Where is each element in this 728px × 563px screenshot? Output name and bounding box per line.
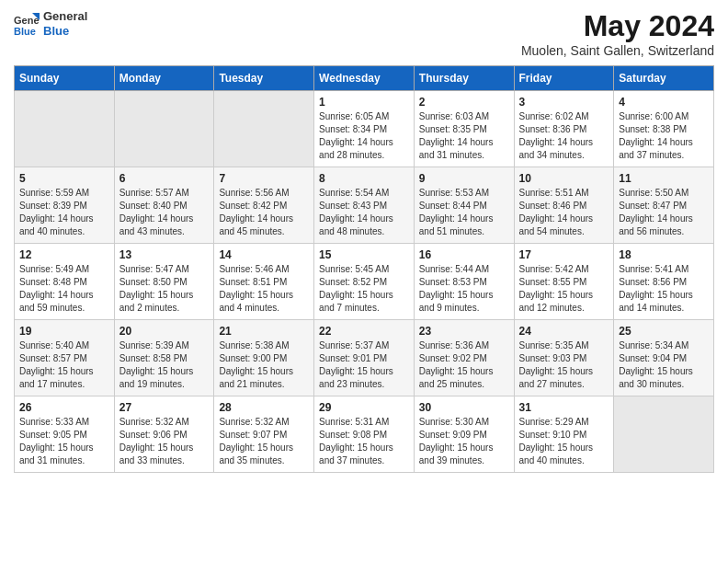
day-number: 18 xyxy=(619,248,709,261)
day-number: 17 xyxy=(519,248,609,261)
day-number: 13 xyxy=(119,248,210,261)
day-number: 1 xyxy=(319,96,409,109)
calendar-cell: 31Sunrise: 5:29 AM Sunset: 9:10 PM Dayli… xyxy=(514,396,614,473)
day-info: Sunrise: 5:32 AM Sunset: 9:07 PM Dayligh… xyxy=(219,416,309,467)
calendar-cell: 28Sunrise: 5:32 AM Sunset: 9:07 PM Dayli… xyxy=(214,396,314,473)
day-number: 4 xyxy=(619,96,709,109)
day-number: 15 xyxy=(319,248,409,261)
day-number: 6 xyxy=(119,172,210,185)
week-row-3: 12Sunrise: 5:49 AM Sunset: 8:48 PM Dayli… xyxy=(15,244,714,320)
header-saturday: Saturday xyxy=(614,66,714,91)
day-info: Sunrise: 5:33 AM Sunset: 9:05 PM Dayligh… xyxy=(19,416,109,467)
day-info: Sunrise: 5:45 AM Sunset: 8:52 PM Dayligh… xyxy=(319,263,409,315)
day-number: 12 xyxy=(19,248,109,261)
day-info: Sunrise: 5:57 AM Sunset: 8:40 PM Dayligh… xyxy=(119,187,210,238)
calendar-cell: 6Sunrise: 5:57 AM Sunset: 8:40 PM Daylig… xyxy=(114,167,214,244)
calendar-cell: 18Sunrise: 5:41 AM Sunset: 8:56 PM Dayli… xyxy=(614,244,714,320)
day-number: 5 xyxy=(19,172,109,185)
day-number: 30 xyxy=(419,401,509,414)
day-info: Sunrise: 5:51 AM Sunset: 8:46 PM Dayligh… xyxy=(519,187,609,238)
main-title: May 2024 xyxy=(521,9,714,43)
calendar-cell xyxy=(614,396,714,473)
day-number: 3 xyxy=(519,96,609,109)
title-section: May 2024 Muolen, Saint Gallen, Switzerla… xyxy=(521,9,714,58)
calendar-cell: 5Sunrise: 5:59 AM Sunset: 8:39 PM Daylig… xyxy=(15,167,115,244)
calendar-cell: 15Sunrise: 5:45 AM Sunset: 8:52 PM Dayli… xyxy=(314,244,415,320)
day-number: 21 xyxy=(219,325,309,338)
day-info: Sunrise: 5:34 AM Sunset: 9:04 PM Dayligh… xyxy=(619,339,709,391)
day-info: Sunrise: 5:36 AM Sunset: 9:02 PM Dayligh… xyxy=(419,339,509,391)
day-info: Sunrise: 6:05 AM Sunset: 8:34 PM Dayligh… xyxy=(319,110,409,162)
day-number: 10 xyxy=(519,172,609,185)
svg-text:Blue: Blue xyxy=(14,26,36,37)
week-row-4: 19Sunrise: 5:40 AM Sunset: 8:57 PM Dayli… xyxy=(15,320,714,396)
header-monday: Monday xyxy=(114,66,214,91)
day-info: Sunrise: 5:29 AM Sunset: 9:10 PM Dayligh… xyxy=(519,416,609,467)
header-friday: Friday xyxy=(514,66,614,91)
day-info: Sunrise: 5:42 AM Sunset: 8:55 PM Dayligh… xyxy=(519,263,609,315)
week-row-2: 5Sunrise: 5:59 AM Sunset: 8:39 PM Daylig… xyxy=(15,167,714,244)
calendar-cell: 16Sunrise: 5:44 AM Sunset: 8:53 PM Dayli… xyxy=(414,244,514,320)
day-info: Sunrise: 5:49 AM Sunset: 8:48 PM Dayligh… xyxy=(19,263,109,315)
calendar-cell: 10Sunrise: 5:51 AM Sunset: 8:46 PM Dayli… xyxy=(514,167,614,244)
day-number: 16 xyxy=(419,248,509,261)
day-info: Sunrise: 6:02 AM Sunset: 8:36 PM Dayligh… xyxy=(519,110,609,162)
day-info: Sunrise: 5:47 AM Sunset: 8:50 PM Dayligh… xyxy=(119,263,210,315)
day-number: 19 xyxy=(19,325,109,338)
calendar-cell: 1Sunrise: 6:05 AM Sunset: 8:34 PM Daylig… xyxy=(314,91,415,167)
calendar-cell: 30Sunrise: 5:30 AM Sunset: 9:09 PM Dayli… xyxy=(414,396,514,473)
calendar-cell: 29Sunrise: 5:31 AM Sunset: 9:08 PM Dayli… xyxy=(314,396,415,473)
page-header: General Blue General Blue May 2024 Muole… xyxy=(14,9,714,58)
header-thursday: Thursday xyxy=(414,66,514,91)
calendar-cell xyxy=(114,91,214,167)
day-info: Sunrise: 6:00 AM Sunset: 8:38 PM Dayligh… xyxy=(619,110,709,162)
calendar-cell: 17Sunrise: 5:42 AM Sunset: 8:55 PM Dayli… xyxy=(514,244,614,320)
day-number: 22 xyxy=(319,325,409,338)
day-number: 7 xyxy=(219,172,309,185)
day-info: Sunrise: 5:59 AM Sunset: 8:39 PM Dayligh… xyxy=(19,187,109,238)
logo-icon: General Blue xyxy=(14,11,40,37)
day-number: 27 xyxy=(119,401,210,414)
day-number: 8 xyxy=(319,172,409,185)
calendar-cell: 11Sunrise: 5:50 AM Sunset: 8:47 PM Dayli… xyxy=(614,167,714,244)
day-info: Sunrise: 5:37 AM Sunset: 9:01 PM Dayligh… xyxy=(319,339,409,391)
day-number: 29 xyxy=(319,401,409,414)
day-info: Sunrise: 6:03 AM Sunset: 8:35 PM Dayligh… xyxy=(419,110,509,162)
calendar-cell: 2Sunrise: 6:03 AM Sunset: 8:35 PM Daylig… xyxy=(414,91,514,167)
calendar-cell: 25Sunrise: 5:34 AM Sunset: 9:04 PM Dayli… xyxy=(614,320,714,396)
day-number: 11 xyxy=(619,172,709,185)
calendar-cell: 4Sunrise: 6:00 AM Sunset: 8:38 PM Daylig… xyxy=(614,91,714,167)
header-row: SundayMondayTuesdayWednesdayThursdayFrid… xyxy=(15,66,714,91)
day-info: Sunrise: 5:39 AM Sunset: 8:58 PM Dayligh… xyxy=(119,339,210,391)
calendar-cell: 27Sunrise: 5:32 AM Sunset: 9:06 PM Dayli… xyxy=(114,396,214,473)
day-info: Sunrise: 5:35 AM Sunset: 9:03 PM Dayligh… xyxy=(519,339,609,391)
calendar-cell: 13Sunrise: 5:47 AM Sunset: 8:50 PM Dayli… xyxy=(114,244,214,320)
day-info: Sunrise: 5:30 AM Sunset: 9:09 PM Dayligh… xyxy=(419,416,509,467)
calendar-table: SundayMondayTuesdayWednesdayThursdayFrid… xyxy=(14,65,714,473)
day-info: Sunrise: 5:40 AM Sunset: 8:57 PM Dayligh… xyxy=(19,339,109,391)
calendar-cell xyxy=(15,91,115,167)
calendar-cell: 23Sunrise: 5:36 AM Sunset: 9:02 PM Dayli… xyxy=(414,320,514,396)
day-number: 26 xyxy=(19,401,109,414)
calendar-cell: 12Sunrise: 5:49 AM Sunset: 8:48 PM Dayli… xyxy=(15,244,115,320)
day-number: 25 xyxy=(619,325,709,338)
week-row-1: 1Sunrise: 6:05 AM Sunset: 8:34 PM Daylig… xyxy=(15,91,714,167)
calendar-cell: 19Sunrise: 5:40 AM Sunset: 8:57 PM Dayli… xyxy=(15,320,115,396)
calendar-cell: 24Sunrise: 5:35 AM Sunset: 9:03 PM Dayli… xyxy=(514,320,614,396)
calendar-cell xyxy=(214,91,314,167)
calendar-cell: 26Sunrise: 5:33 AM Sunset: 9:05 PM Dayli… xyxy=(15,396,115,473)
day-number: 14 xyxy=(219,248,309,261)
day-number: 9 xyxy=(419,172,509,185)
header-sunday: Sunday xyxy=(15,66,115,91)
subtitle: Muolen, Saint Gallen, Switzerland xyxy=(521,43,714,58)
day-info: Sunrise: 5:38 AM Sunset: 9:00 PM Dayligh… xyxy=(219,339,309,391)
calendar-cell: 9Sunrise: 5:53 AM Sunset: 8:44 PM Daylig… xyxy=(414,167,514,244)
day-info: Sunrise: 5:41 AM Sunset: 8:56 PM Dayligh… xyxy=(619,263,709,315)
logo-line2: Blue xyxy=(43,24,87,39)
header-wednesday: Wednesday xyxy=(314,66,415,91)
day-number: 24 xyxy=(519,325,609,338)
calendar-cell: 3Sunrise: 6:02 AM Sunset: 8:36 PM Daylig… xyxy=(514,91,614,167)
day-info: Sunrise: 5:31 AM Sunset: 9:08 PM Dayligh… xyxy=(319,416,409,467)
calendar-cell: 14Sunrise: 5:46 AM Sunset: 8:51 PM Dayli… xyxy=(214,244,314,320)
day-info: Sunrise: 5:54 AM Sunset: 8:43 PM Dayligh… xyxy=(319,187,409,238)
